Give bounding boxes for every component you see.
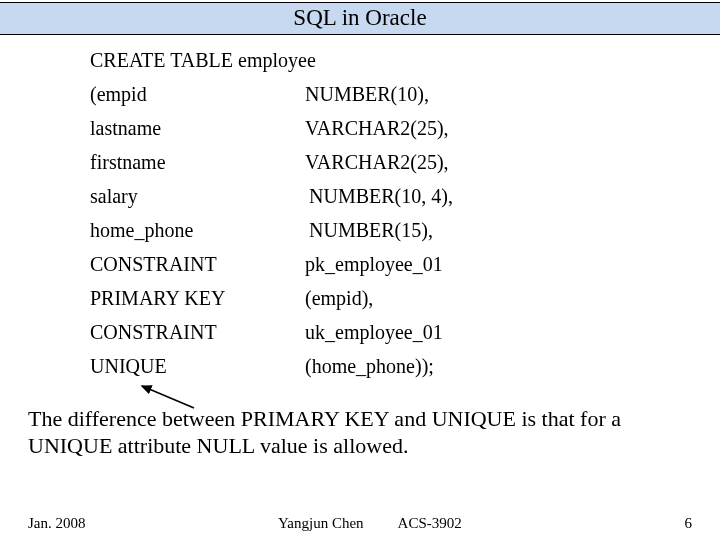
table-row: PRIMARY KEY (empid), [90,288,630,308]
footer: Jan. 2008 Yangjun Chen ACS-3902 6 [0,515,720,532]
footer-date: Jan. 2008 [0,515,248,532]
footer-course: ACS-3902 [398,515,462,532]
col-name: lastname [90,118,305,138]
col-type: uk_employee_01 [305,322,630,342]
col-type: VARCHAR2(25), [305,118,630,138]
col-type: VARCHAR2(25), [305,152,630,172]
col-type: pk_employee_01 [305,254,630,274]
svg-line-0 [142,386,194,408]
col-name: CONSTRAINT [90,254,305,274]
col-name: home_phone [90,220,305,240]
col-name: CONSTRAINT [90,322,305,342]
col-name: UNIQUE [90,356,305,376]
col-name: PRIMARY KEY [90,288,305,308]
table-row: UNIQUE (home_phone)); [90,356,630,376]
table-row: home_phone NUMBER(15), [90,220,630,240]
col-type: (empid), [305,288,630,308]
slide-title: SQL in Oracle [0,2,720,35]
explanation-text: The difference between PRIMARY KEY and U… [0,406,720,460]
slide-content: CREATE TABLE employee (empid NUMBER(10),… [0,35,720,376]
col-type: NUMBER(15), [305,220,630,240]
arrow-up-left-icon [136,382,206,412]
ddl-statement: CREATE TABLE employee [90,49,630,72]
col-name: salary [90,186,305,206]
table-row: CONSTRAINT pk_employee_01 [90,254,630,274]
footer-author: Yangjun Chen [278,515,364,532]
table-row: (empid NUMBER(10), [90,84,630,104]
col-type: (home_phone)); [305,356,630,376]
col-name: (empid [90,84,305,104]
table-row: lastname VARCHAR2(25), [90,118,630,138]
col-name: firstname [90,152,305,172]
footer-page-number: 6 [642,515,720,532]
col-type: NUMBER(10), [305,84,630,104]
table-row: firstname VARCHAR2(25), [90,152,630,172]
table-row: salary NUMBER(10, 4), [90,186,630,206]
col-type: NUMBER(10, 4), [305,186,630,206]
table-row: CONSTRAINT uk_employee_01 [90,322,630,342]
